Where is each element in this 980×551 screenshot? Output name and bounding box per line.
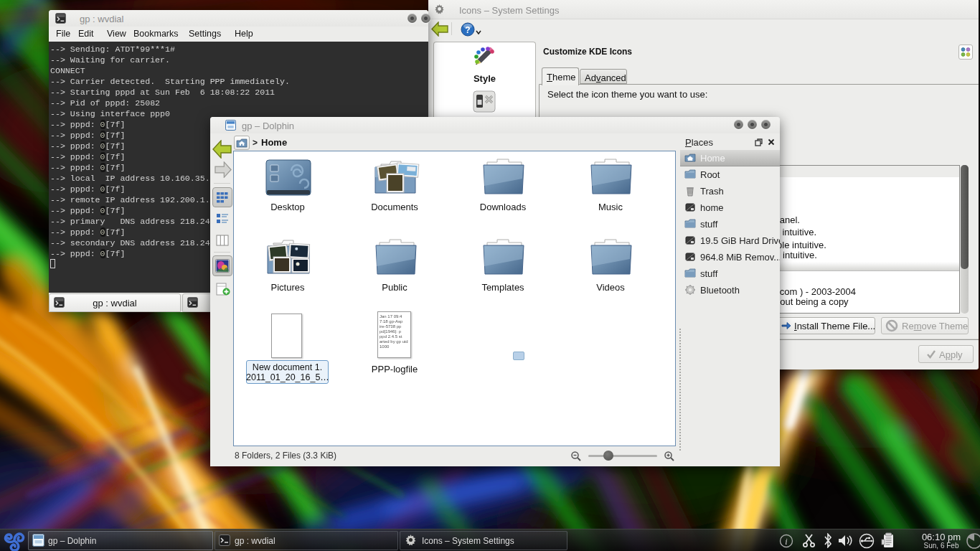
svg-text:i: i (785, 537, 787, 547)
svg-text:?: ? (465, 25, 470, 35)
